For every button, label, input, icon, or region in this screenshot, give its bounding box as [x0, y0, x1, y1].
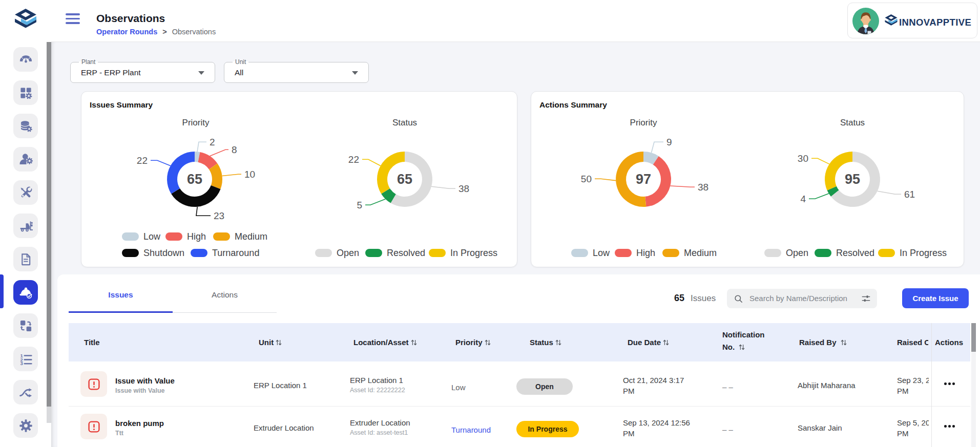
svg-text:38: 38	[458, 183, 469, 194]
svg-text:97: 97	[636, 172, 651, 187]
svg-text:65: 65	[397, 172, 412, 187]
svg-text:50: 50	[581, 174, 592, 184]
svg-text:22: 22	[348, 154, 359, 165]
svg-text:3: 3	[20, 360, 23, 366]
svg-text:65: 65	[187, 172, 202, 187]
svg-text:95: 95	[845, 172, 860, 187]
svg-text:4: 4	[800, 194, 806, 204]
svg-text:30: 30	[798, 153, 808, 164]
svg-text:10: 10	[244, 169, 255, 180]
svg-text:2: 2	[210, 137, 215, 147]
svg-text:9: 9	[666, 137, 672, 147]
svg-text:38: 38	[698, 182, 708, 193]
svg-text:8: 8	[232, 144, 237, 155]
svg-text:22: 22	[137, 155, 148, 166]
svg-text:23: 23	[214, 210, 224, 221]
svg-text:61: 61	[904, 189, 915, 200]
svg-text:5: 5	[357, 200, 362, 210]
